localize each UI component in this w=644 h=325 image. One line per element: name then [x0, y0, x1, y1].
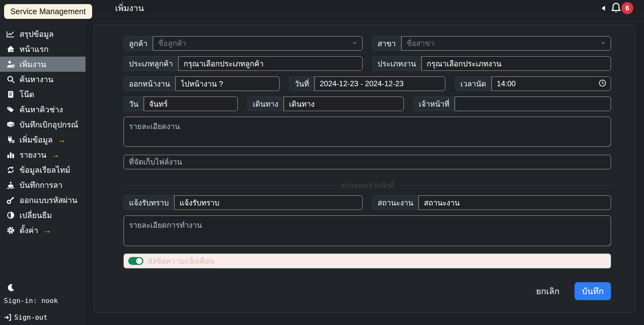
job-type-field-group: ประเภทงาน — [372, 56, 611, 71]
sidebar-item-label: เปลี่ยนธีม — [19, 209, 52, 221]
job-type-label: ประเภทงาน — [372, 56, 421, 71]
sync-icon — [6, 165, 15, 174]
notification-badge[interactable]: 6 — [621, 2, 633, 14]
acknowledge-field-group: แจ้งรับทราบ — [124, 195, 363, 210]
status-field-group: สถานะงาน — [372, 195, 611, 210]
save-button[interactable]: บันทึก — [575, 282, 611, 300]
sidebar-item-leave-log[interactable]: บันทึกการลา — [0, 177, 86, 193]
arrow-right-icon: → — [51, 150, 59, 160]
time-input[interactable] — [491, 76, 611, 91]
sidebar-item-label: โน๊ต — [19, 88, 34, 101]
sidebar-item-realtime-data[interactable]: ข้อมูลเรียลไทม์ — [0, 162, 86, 177]
form-row: วัน เดินทาง เจ้าหน้าที่ — [124, 97, 611, 111]
signout-button[interactable]: Sign-out — [4, 313, 58, 321]
notify-toggle[interactable] — [128, 257, 143, 265]
sidebar-item-label: ข้อมูลเรียลไทม์ — [19, 164, 70, 176]
signin-status: Sign-in: nook — [4, 297, 58, 305]
work-detail-wrap — [124, 216, 611, 246]
notify-label: ส่งข้อความแจ้งเตือน — [148, 255, 214, 267]
arrow-right-icon: → — [58, 135, 66, 145]
customer-type-label: ประเภทลูกค้า — [124, 56, 178, 71]
sidebar-item-note[interactable]: โน๊ต — [0, 87, 86, 102]
main-area: เพิ่มงาน 6 ลูกค้า ส — [86, 0, 644, 325]
cancel-button[interactable]: ยกเลิก — [536, 284, 559, 298]
sidebar-item-label: ออกแบบรหัสผ่าน — [19, 194, 77, 206]
customer-type-input[interactable] — [178, 56, 363, 71]
collapse-arrow-icon[interactable] — [602, 6, 605, 11]
form-row: ลูกค้า สาขา — [124, 36, 611, 51]
signout-label: Sign-out — [14, 313, 47, 321]
time-label: เวลานัด — [455, 76, 491, 91]
sidebar-footer: Sign-in: nook Sign-out — [0, 283, 58, 321]
note-icon — [6, 90, 15, 99]
leave-ship-icon — [6, 181, 15, 189]
file-path-input[interactable] — [124, 155, 611, 169]
travel-label: เดินทาง — [247, 97, 284, 111]
job-detail-wrap — [124, 117, 611, 147]
brand-badge[interactable]: Service Management — [4, 4, 92, 19]
travel-field-group: เดินทาง — [247, 97, 404, 111]
officer-section-title: ส่วนของเจ้าหน้าที่ — [341, 180, 394, 191]
sidebar-item-label: หน้าแรก — [19, 43, 48, 55]
add-job-form: ลูกค้า สาขา ประเภทลูกค้า — [94, 24, 635, 313]
chart-line-icon — [6, 30, 15, 38]
moon-icon[interactable] — [7, 283, 15, 292]
sidebar-item-label: บันทึกการลา — [19, 179, 63, 191]
key-icon — [6, 196, 15, 205]
travel-input[interactable] — [284, 97, 404, 111]
theme-icon — [6, 211, 15, 220]
notify-banner: ส่งข้อความแจ้งเตือน — [124, 254, 611, 268]
sidebar-item-report[interactable]: รายงาน → — [0, 147, 86, 162]
signout-icon — [4, 314, 11, 321]
work-detail-textarea[interactable] — [124, 216, 611, 246]
branch-select[interactable] — [401, 36, 611, 51]
status-input[interactable] — [419, 195, 611, 210]
sidebar-item-equipment-log[interactable]: บันทึกเบิกอุปกรณ์ — [0, 117, 86, 132]
sidebar-item-technician-queue[interactable]: ค้นหาคิวช่าง — [0, 102, 86, 117]
onsite-field-group: ออกหน้างาน — [124, 76, 280, 91]
sidebar-item-label: บันทึกเบิกอุปกรณ์ — [19, 118, 78, 131]
sidebar-item-label: ตั้งค่า — [19, 224, 38, 237]
sidebar-item-label: ค้นหาคิวช่าง — [19, 103, 63, 116]
time-field-group: เวลานัด — [455, 76, 611, 91]
officer-field-group: เจ้าหน้าที่ — [414, 97, 611, 111]
sidebar-item-settings[interactable]: ตั้งค่า → — [0, 223, 86, 238]
page-title: เพิ่มงาน — [115, 1, 144, 15]
sidebar-item-add-data[interactable]: เพิ่มข้อมูล → — [0, 132, 86, 147]
job-detail-textarea[interactable] — [124, 117, 611, 147]
sidebar-item-change-theme[interactable]: เปลี่ยนธีม — [0, 208, 86, 223]
sidebar-nav: สรุปข้อมูล หน้าแรก เพิ่มงาน ค้นหางาน โน๊… — [0, 26, 86, 238]
sidebar-item-summary[interactable]: สรุปข้อมูล — [0, 26, 86, 42]
sidebar-item-password-design[interactable]: ออกแบบรหัสผ่าน — [0, 193, 86, 208]
officer-input[interactable] — [455, 97, 611, 111]
day-input[interactable] — [144, 97, 238, 111]
acknowledge-input[interactable] — [174, 195, 363, 210]
sidebar-item-home[interactable]: หน้าแรก — [0, 42, 86, 57]
officer-section-divider: ส่วนของเจ้าหน้าที่ — [124, 180, 611, 191]
topbar-right: 6 — [602, 2, 633, 15]
customer-label: ลูกค้า — [124, 36, 153, 51]
sidebar: Service Management สรุปข้อมูล หน้าแรก เพ… — [0, 0, 86, 325]
form-row: ออกหน้างาน วันที่ เวลานัด — [124, 76, 611, 91]
sidebar-item-search-job[interactable]: ค้นหางาน — [0, 72, 86, 87]
job-type-input[interactable] — [421, 56, 611, 71]
person-plus-icon — [6, 60, 15, 69]
day-field-group: วัน — [124, 97, 238, 111]
day-label: วัน — [124, 97, 144, 111]
form-actions: ยกเลิก บันทึก — [124, 282, 611, 300]
onsite-label: ออกหน้างาน — [124, 76, 175, 91]
settings-icon — [6, 226, 15, 235]
app-root: Service Management สรุปข้อมูล หน้าแรก เพ… — [0, 0, 644, 325]
branch-label: สาขา — [372, 36, 401, 51]
customer-select[interactable] — [153, 36, 363, 51]
acknowledge-label: แจ้งรับทราบ — [124, 195, 174, 210]
date-range-input[interactable] — [314, 76, 445, 91]
sidebar-item-label: ค้นหางาน — [19, 73, 53, 86]
queue-icon — [6, 105, 15, 114]
onsite-input[interactable] — [175, 76, 280, 91]
bell-icon[interactable] — [609, 2, 623, 15]
add-data-icon — [6, 135, 15, 144]
form-row: แจ้งรับทราบ สถานะงาน — [124, 195, 611, 210]
sidebar-item-label: เพิ่มงาน — [19, 58, 46, 70]
sidebar-item-add-job[interactable]: เพิ่มงาน — [0, 57, 86, 72]
